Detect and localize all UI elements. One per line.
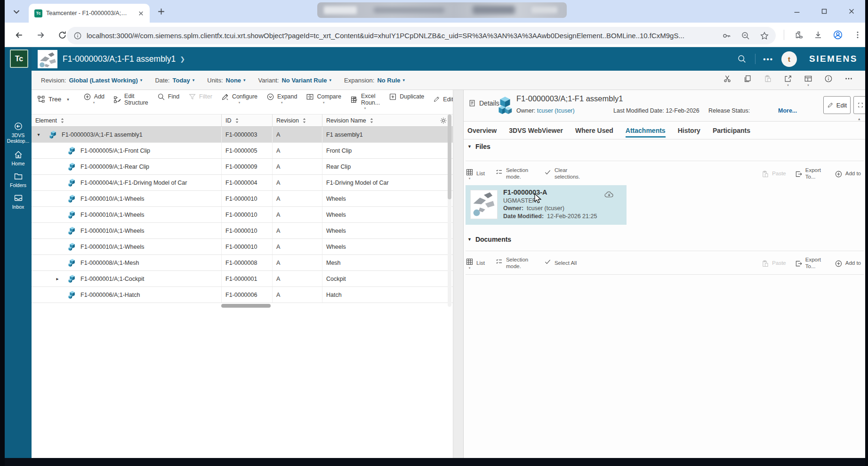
extensions-icon[interactable] xyxy=(794,30,804,40)
teamcenter-logo[interactable]: Tc xyxy=(10,49,28,68)
browser-menu-kebab-icon[interactable] xyxy=(853,30,862,40)
table-row[interactable]: ▾F1-0000003/A;1-F1 assembly1F1-0000003AF… xyxy=(32,127,453,143)
more-link[interactable]: More... xyxy=(778,107,797,114)
forward-icon[interactable] xyxy=(36,30,46,40)
table-row[interactable]: F1-0000005/A;1-Front ClipF1-0000005AFron… xyxy=(32,143,453,159)
config-filter-expansion[interactable]: Expansion:No Rule▾ xyxy=(344,77,405,84)
documents-add-to-button[interactable]: Add to xyxy=(835,260,861,268)
tab-attachments[interactable]: Attachments xyxy=(626,122,666,139)
tab-where-used[interactable]: Where Used xyxy=(575,122,613,139)
owner-link[interactable]: tcuser (tcuser) xyxy=(537,107,575,114)
documents-list-button[interactable]: ▾List xyxy=(466,258,485,270)
breadcrumb-chevron-icon[interactable]: ❯ xyxy=(180,56,185,63)
find-button[interactable]: Find xyxy=(157,93,179,105)
profile-avatar-icon[interactable] xyxy=(833,30,843,40)
back-icon[interactable] xyxy=(14,30,24,40)
search-icon[interactable] xyxy=(737,54,747,64)
table-row[interactable]: F1-0000010/A;1-WheelsF1-0000010AWheels xyxy=(32,239,453,255)
files-export-to-button[interactable]: Export To... xyxy=(795,167,826,180)
close-window-icon[interactable] xyxy=(847,7,856,16)
copy-button[interactable] xyxy=(743,74,752,87)
table-row[interactable]: F1-0000010/A;1-WheelsF1-0000010AWheels xyxy=(32,191,453,207)
tab-participants[interactable]: Participants xyxy=(713,122,750,139)
documents-select-all-button[interactable]: Select All xyxy=(544,258,577,270)
edit-button[interactable]: Edit xyxy=(433,96,453,103)
header-more-icon[interactable]: ••• xyxy=(763,55,773,63)
documents-section-header[interactable]: ▼ Documents xyxy=(467,236,511,243)
vertical-scrollbar[interactable] xyxy=(448,114,451,199)
minimize-icon[interactable] xyxy=(793,7,801,16)
table-row[interactable]: F1-0000010/A;1-WheelsF1-0000010AWheels xyxy=(32,223,453,239)
duplicate-button[interactable]: Duplicate xyxy=(389,93,424,105)
tab-list-chevron-icon[interactable] xyxy=(11,7,22,17)
config-filter-date[interactable]: Date:Today▾ xyxy=(155,77,194,84)
collapse-chevron-icon[interactable]: ▴ xyxy=(858,116,860,121)
reload-icon[interactable] xyxy=(57,30,67,40)
tab-overview[interactable]: Overview xyxy=(467,122,497,139)
expander-collapsed-icon[interactable]: ▸ xyxy=(54,276,61,281)
table-view-icon xyxy=(804,74,812,83)
files-add-to-button[interactable]: Add to xyxy=(835,170,861,178)
tab-close-icon[interactable] xyxy=(137,9,145,17)
tab-3dvs-webviewer[interactable]: 3DVS WebViewer xyxy=(509,122,563,139)
bookmark-star-icon[interactable] xyxy=(760,31,769,41)
edit-structure-button[interactable]: Edit Structure xyxy=(113,93,148,110)
downloads-icon[interactable] xyxy=(813,30,823,40)
cut-button[interactable] xyxy=(723,74,731,87)
more-button[interactable] xyxy=(844,74,853,87)
sidebar-item-3dvs-desktop[interactable]: 3DVS Desktop... xyxy=(5,122,32,144)
info-button[interactable] xyxy=(824,74,833,87)
configure-button[interactable]: Configure▾ xyxy=(221,93,257,105)
expander-expanded-icon[interactable]: ▾ xyxy=(35,132,42,137)
file-card[interactable]: F1-0000003-A UGMASTER Owner: tcuser (tcu… xyxy=(466,185,627,225)
page-info-icon[interactable] xyxy=(73,32,82,40)
documents-selection-mode-button[interactable]: Selection mode. xyxy=(495,257,533,270)
files-list-button[interactable]: ▾List xyxy=(466,168,485,180)
cloud-download-icon[interactable] xyxy=(604,189,614,200)
compare-button[interactable]: Compare▾ xyxy=(306,93,341,105)
share-button[interactable]: ▾ xyxy=(784,74,792,87)
excel-roun-button[interactable]: Excel Roun...▾ xyxy=(350,93,380,110)
table-row[interactable]: F1-0000008/A;1-MeshF1-0000008AMesh xyxy=(32,255,453,271)
table-row[interactable]: F1-0000006/A;1-HatchF1-0000006AHatch xyxy=(32,287,453,303)
table-row[interactable]: F1-0000010/A;1-WheelsF1-0000010AWheels xyxy=(32,207,453,223)
view-mode-selector[interactable]: Tree ▾ xyxy=(37,95,69,103)
details-tabs: Overview3DVS WebViewerWhere UsedAttachme… xyxy=(464,122,866,139)
table-row[interactable]: F1-0000009/A;1-Rear ClipF1-0000009ARear … xyxy=(32,159,453,175)
password-key-icon[interactable] xyxy=(722,31,731,41)
browser-tab[interactable]: Tc Teamcenter - F1-0000003/A;1-F xyxy=(29,4,150,23)
horizontal-scrollbar[interactable] xyxy=(221,304,271,308)
table-row[interactable]: F1-0000004/A;1-F1-Driving Model of CarF1… xyxy=(32,175,453,191)
files-clear-selections-button[interactable]: Clear selections. xyxy=(544,167,582,180)
config-filter-variant[interactable]: Variant:No Variant Rule▾ xyxy=(258,77,331,84)
config-filter-revision[interactable]: Revision:Global (Latest Working)▾ xyxy=(41,77,142,84)
documents-toolbar-right: PasteExport To...Add to xyxy=(761,257,864,270)
expand-button[interactable]: Expand▾ xyxy=(266,93,297,105)
details-edit-button[interactable]: Edit xyxy=(823,96,851,114)
column-header-id[interactable]: ID xyxy=(221,114,272,126)
user-avatar[interactable]: t xyxy=(781,51,797,67)
zoom-level-icon[interactable] xyxy=(741,31,750,41)
chevron-down-icon: ▾ xyxy=(787,84,789,87)
element-name: F1-0000004/A;1-F1-Driving Model of Car xyxy=(80,180,187,186)
table-view-button[interactable]: ▾ xyxy=(804,74,812,87)
files-selection-mode-button[interactable]: Selection mode. xyxy=(495,167,533,180)
revision-cell: A xyxy=(272,175,322,190)
column-header-revision[interactable]: Revision xyxy=(272,114,322,126)
table-row[interactable]: ▸F1-0000001/A;1-CockpitF1-0000001ACockpi… xyxy=(32,271,453,287)
add-button[interactable]: Add▾ xyxy=(83,93,104,105)
documents-export-to-button[interactable]: Export To... xyxy=(795,257,826,270)
sidebar-item-folders[interactable]: Folders xyxy=(5,172,32,188)
sidebar-item-inbox[interactable]: Inbox xyxy=(5,193,32,210)
column-header-element[interactable]: Element xyxy=(32,114,221,126)
new-tab-icon[interactable] xyxy=(156,7,166,16)
files-section-header[interactable]: ▼ Files xyxy=(467,143,490,150)
maximize-icon[interactable] xyxy=(820,7,828,16)
config-filter-units[interactable]: Units:None▾ xyxy=(207,77,245,84)
revision-name-cell: F1 assembly1 xyxy=(322,127,435,142)
column-header-revision-name[interactable]: Revision Name xyxy=(322,114,435,126)
panel-splitter[interactable] xyxy=(453,90,463,458)
sidebar-item-home[interactable]: Home xyxy=(5,150,32,166)
url-bar[interactable]: localhost:3000/#/com.siemens.splm.client… xyxy=(67,27,776,44)
tab-history[interactable]: History xyxy=(678,122,700,139)
